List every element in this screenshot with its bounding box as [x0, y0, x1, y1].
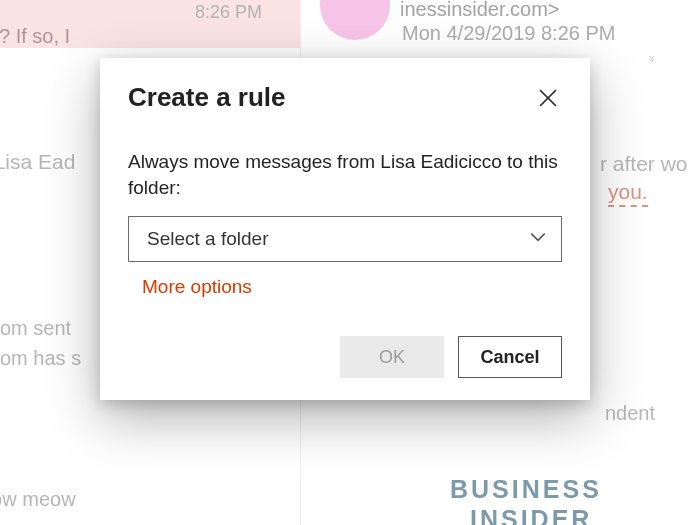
bg-body-fragment-2: you.	[608, 180, 648, 207]
dialog-title: Create a rule	[128, 82, 286, 113]
bg-email-date: Mon 4/29/2019 8:26 PM	[402, 22, 615, 45]
ok-button[interactable]: OK	[340, 336, 444, 378]
close-icon	[539, 89, 557, 107]
expand-chevron-icon: »	[645, 55, 659, 59]
bg-line-meow: eow meow	[0, 488, 76, 511]
more-options-link[interactable]: More options	[128, 276, 252, 298]
bg-body-fragment-1: r after wo	[600, 152, 688, 176]
chevron-down-icon	[529, 228, 547, 251]
bg-sender-fragment: t Lisa Ead	[0, 150, 75, 174]
business-insider-logo-line2: INSIDER	[470, 505, 592, 525]
bg-line-has: com has s	[0, 347, 81, 370]
bg-time: 8:26 PM	[195, 2, 262, 23]
close-button[interactable]	[534, 84, 562, 112]
folder-select-placeholder: Select a folder	[147, 228, 268, 250]
create-rule-dialog: Create a rule Always move messages from …	[100, 58, 590, 400]
bg-body-fragment-3: ndent	[605, 402, 655, 425]
bg-email-address: inessinsider.com>	[400, 0, 560, 21]
dialog-title-row: Create a rule	[128, 82, 562, 113]
bg-avatar	[320, 0, 390, 40]
cancel-button[interactable]: Cancel	[458, 336, 562, 378]
business-insider-logo-line1: BUSINESS	[450, 475, 602, 504]
dialog-description: Always move messages from Lisa Eadicicco…	[128, 149, 562, 200]
bg-preview-text: dinner after work? If so, I	[0, 25, 70, 48]
dialog-button-row: OK Cancel	[128, 336, 562, 378]
folder-select[interactable]: Select a folder	[128, 216, 562, 262]
bg-line-sent: com sent	[0, 317, 71, 340]
